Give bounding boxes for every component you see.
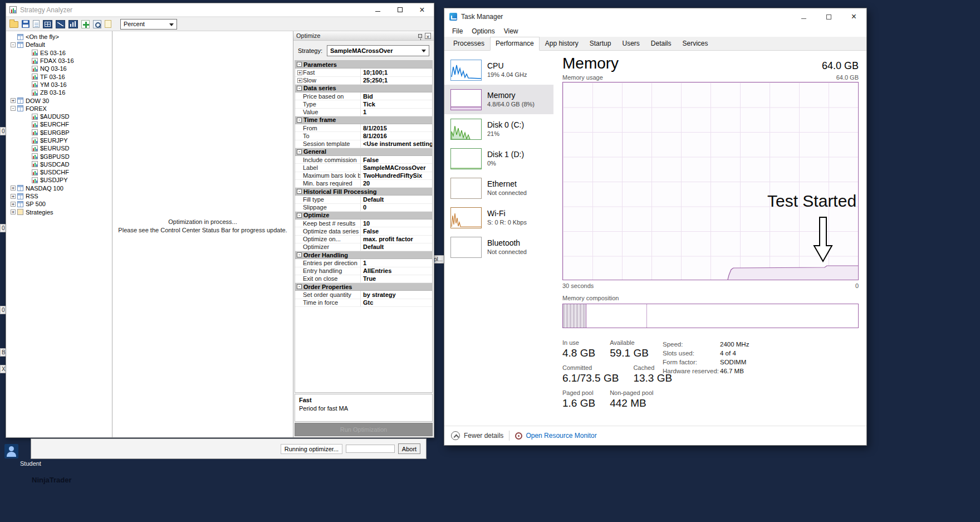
graph-view-icon[interactable] (56, 20, 65, 28)
chart-view-icon[interactable] (68, 20, 78, 28)
pin-icon[interactable] (418, 34, 422, 38)
menu-file[interactable]: File (448, 27, 467, 35)
property-row-slippage[interactable]: Slippage 0 (295, 204, 432, 212)
property-value[interactable]: Bid (361, 92, 432, 100)
report-icon[interactable] (33, 20, 40, 28)
property-row-min-bars-required[interactable]: Min. bars required 20 (295, 180, 432, 188)
display-mode-select[interactable]: Percent (120, 19, 177, 30)
user-icon[interactable] (4, 444, 18, 458)
property-value[interactable]: AllEntries (361, 267, 432, 275)
menu-options[interactable]: Options (467, 27, 499, 35)
property-group-order-properties[interactable]: - Order Properties (295, 283, 432, 291)
property-value[interactable]: 25;250;1 (361, 77, 432, 84)
minimize-button[interactable] (791, 8, 816, 25)
tree-item-eurgbp[interactable]: $EURGBP (6, 129, 112, 136)
tab-details[interactable]: Details (645, 37, 677, 51)
property-row-maximum-bars-look-bac[interactable]: Maximum bars look bac TwoHundredFiftySix (295, 172, 432, 180)
tree-item-usdcad[interactable]: $USDCAD (6, 160, 112, 168)
tree-item-fdax-03-16[interactable]: FDAX 03-16 (6, 57, 112, 65)
tab-startup[interactable]: Startup (584, 37, 617, 51)
property-row-entries-per-direction[interactable]: Entries per direction 1 (295, 259, 432, 267)
property-row-to[interactable]: To 8/1/2016 (295, 132, 432, 140)
fewer-details-button[interactable]: Fewer details (451, 431, 503, 440)
property-row-fill-type[interactable]: Fill type Default (295, 196, 432, 203)
collapse-icon[interactable]: - (297, 189, 302, 194)
property-value[interactable]: True (361, 275, 432, 282)
property-value[interactable]: 1 (361, 259, 432, 266)
property-row-slow[interactable]: + Slow 25;250;1 (295, 77, 432, 85)
run-optimization-button[interactable]: Run Optimization (295, 423, 433, 436)
collapse-icon[interactable]: - (297, 86, 302, 91)
collapse-icon[interactable]: - (297, 252, 302, 257)
tree-expander-icon[interactable]: + (11, 186, 16, 191)
tree-item-es-03-16[interactable]: ES 03-16 (6, 49, 112, 57)
tree-item-sp-500[interactable]: + SP 500 (6, 200, 112, 208)
tree-item-audusd[interactable]: $AUDUSD (6, 113, 112, 120)
expand-icon[interactable]: + (297, 70, 302, 75)
collapse-icon[interactable]: - (297, 118, 302, 123)
menu-view[interactable]: View (499, 27, 523, 35)
add-icon[interactable] (81, 20, 90, 28)
property-value[interactable]: TwoHundredFiftySix (361, 172, 432, 179)
close-button[interactable] (841, 8, 866, 25)
grid-view-icon[interactable] (43, 20, 52, 28)
tree-item-strategies[interactable]: + Strategies (6, 208, 112, 216)
maximize-button[interactable] (816, 8, 841, 25)
collapse-icon[interactable]: - (297, 213, 302, 218)
analyze-icon[interactable] (93, 20, 101, 28)
tree-item-dow-30[interactable]: + DOW 30 (6, 96, 112, 104)
tree-item-usdchf[interactable]: $USDCHF (6, 168, 112, 176)
save-icon[interactable] (22, 20, 30, 28)
tree-item-zb-03-16[interactable]: ZB 03-16 (6, 89, 112, 96)
property-value[interactable]: max. profit factor (361, 236, 432, 243)
property-value[interactable]: Default (361, 243, 432, 251)
expand-icon[interactable]: + (297, 78, 302, 83)
property-value[interactable]: 8/1/2015 (361, 124, 432, 131)
tab-users[interactable]: Users (616, 37, 645, 51)
property-group-order-handling[interactable]: - Order Handling (295, 251, 432, 259)
property-value[interactable]: 8/1/2016 (361, 132, 432, 139)
property-row-value[interactable]: Value 1 (295, 109, 432, 116)
property-row-keep-best-results[interactable]: Keep best # results 10 (295, 219, 432, 227)
abort-button[interactable]: Abort (398, 443, 420, 454)
tree-expander-icon[interactable]: + (11, 98, 16, 103)
property-row-exit-on-close[interactable]: Exit on close True (295, 275, 432, 283)
property-row-label[interactable]: Label SampleMACrossOver (295, 164, 432, 172)
property-value[interactable]: Gtc (361, 299, 432, 306)
property-row-set-order-quantity[interactable]: Set order quantity by strategy (295, 291, 432, 299)
tree-expander-icon[interactable]: + (11, 194, 16, 199)
property-group-data-series[interactable]: - Data series (295, 85, 432, 92)
template-icon[interactable] (105, 20, 111, 28)
property-row-optimizer[interactable]: Optimizer Default (295, 243, 432, 251)
minimize-button[interactable] (368, 3, 387, 16)
property-group-optimize[interactable]: - Optimize (295, 212, 432, 219)
tree-item-nq-03-16[interactable]: NQ 03-16 (6, 65, 112, 72)
tree-item-nasdaq-100[interactable]: + NASDAQ 100 (6, 184, 112, 192)
property-value[interactable]: Default (361, 196, 432, 203)
sidebar-item-wifi[interactable]: Wi-Fi S: 0 R: 0 Kbps (444, 203, 553, 232)
tab-services[interactable]: Services (677, 37, 714, 51)
open-icon[interactable] (9, 21, 18, 28)
tree-item-eurjpy[interactable]: $EURJPY (6, 136, 112, 144)
tab-processes[interactable]: Processes (448, 37, 490, 51)
property-value[interactable]: 10;100;1 (361, 69, 432, 76)
property-row-from[interactable]: From 8/1/2015 (295, 124, 432, 132)
task-manager-titlebar[interactable]: Task Manager (444, 8, 866, 25)
sidebar-item-memory[interactable]: Memory 4.8/64.0 GB (8%) (444, 85, 553, 114)
sidebar-item-bluetooth[interactable]: Bluetooth Not connected (444, 232, 553, 262)
sidebar-item-disk1[interactable]: Disk 1 (D:) 0% (444, 144, 553, 173)
property-row-session-template[interactable]: Session template <Use instrument setting… (295, 140, 432, 148)
tree-item-usdjpy[interactable]: $USDJPY (6, 176, 112, 184)
sidebar-item-ethernet[interactable]: Ethernet Not connected (444, 173, 553, 203)
property-value[interactable]: False (361, 227, 432, 235)
property-row-entry-handling[interactable]: Entry handling AllEntries (295, 267, 432, 275)
collapse-icon[interactable]: - (297, 62, 302, 67)
tab-app-history[interactable]: App history (540, 37, 584, 51)
property-group-historical-fill-processing[interactable]: - Historical Fill Processing (295, 188, 432, 196)
property-value[interactable]: False (361, 156, 432, 163)
tree-item-eurchf[interactable]: $EURCHF (6, 120, 112, 128)
tree-expander-icon[interactable]: - (11, 42, 16, 47)
sidebar-item-cpu[interactable]: CPU 19% 4.04 GHz (444, 55, 553, 85)
tree-item-ym-03-16[interactable]: YM 03-16 (6, 81, 112, 89)
tree-item-rss[interactable]: + RSS (6, 192, 112, 200)
